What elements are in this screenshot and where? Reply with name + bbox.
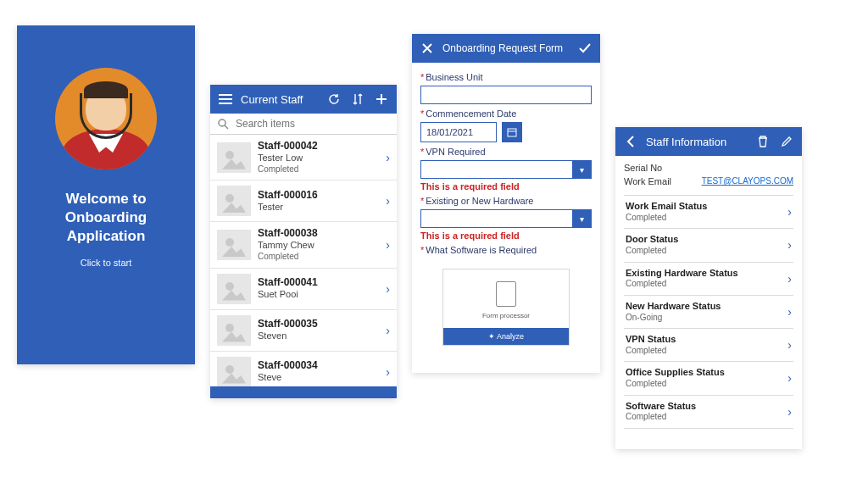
staff-name: Tester — [258, 202, 379, 214]
status-row-text: Existing Hardware StatusCompleted — [626, 268, 787, 290]
welcome-title: Welcome to Onboarding Application — [32, 190, 180, 246]
processor-label: Form processor — [482, 312, 530, 319]
status-value: Completed — [626, 346, 787, 357]
close-icon[interactable] — [419, 40, 436, 57]
staff-list: Staff-000042Tester LowCompleted›Staff-00… — [210, 135, 397, 386]
chevron-right-icon: › — [386, 238, 390, 252]
status-row[interactable]: Door StatusCompleted› — [624, 228, 793, 261]
form-body: *Business Unit *Commencement Date 18/01/… — [412, 63, 600, 351]
search-input[interactable] — [234, 117, 390, 130]
work-email-link[interactable]: TEST@CLAYOPS.COM — [702, 176, 793, 186]
chevron-right-icon: › — [787, 238, 792, 252]
staff-id: Staff-000038 — [258, 227, 379, 240]
status-row[interactable]: Software StatusCompleted› — [624, 395, 793, 429]
staff-id: Staff-000042 — [258, 140, 379, 153]
list-item-text: Staff-000016Tester — [258, 189, 379, 214]
staff-name: Tammy Chew — [258, 240, 379, 252]
chevron-right-icon: › — [787, 405, 792, 419]
status-label: Software Status — [626, 401, 787, 413]
edit-icon[interactable] — [778, 133, 795, 150]
list-item[interactable]: Staff-000034Steve› — [210, 352, 397, 387]
label-business-unit: *Business Unit — [420, 72, 592, 82]
list-item[interactable]: Staff-000035Steven› — [210, 310, 397, 352]
status-row[interactable]: VPN StatusCompleted› — [624, 328, 793, 361]
svg-point-0 — [219, 119, 225, 126]
list-item-text: Staff-000035Steven — [258, 318, 379, 342]
chevron-right-icon: › — [386, 194, 390, 208]
status-label: Existing Hardware Status — [626, 268, 787, 280]
status-label: New Hardware Status — [626, 301, 787, 313]
appbar: Onboarding Request Form — [412, 34, 600, 63]
status-value: Completed — [626, 246, 787, 257]
thumbnail-placeholder-icon — [217, 230, 251, 260]
status-row[interactable]: Office Supplies StatusCompleted› — [624, 361, 793, 394]
staff-id: Staff-000034 — [258, 359, 379, 372]
sort-icon[interactable] — [349, 91, 366, 108]
status-row-text: New Hardware StatusOn-Going — [626, 301, 787, 323]
staff-name: Steven — [258, 330, 379, 342]
status-row[interactable]: Existing Hardware StatusCompleted› — [624, 262, 793, 295]
chevron-right-icon: › — [787, 338, 792, 352]
form-processor-card: Form processor ✦ Analyze — [442, 269, 570, 346]
chevron-right-icon: › — [787, 272, 792, 286]
staff-id: Staff-000041 — [258, 276, 379, 289]
analyze-button[interactable]: ✦ Analyze — [443, 328, 569, 345]
select-hardware[interactable]: ▾ — [420, 209, 592, 228]
svg-rect-1 — [508, 129, 516, 136]
input-commencement-date[interactable]: 18/01/2021 — [420, 122, 497, 142]
chevron-down-icon: ▾ — [572, 209, 591, 228]
start-caption: Click to start — [32, 258, 180, 268]
label-vpn-required: *VPN Required — [420, 147, 592, 157]
thumbnail-placeholder-icon — [217, 186, 251, 216]
status-label: Door Status — [626, 234, 787, 246]
label-commencement-date: *Commencement Date — [420, 108, 592, 119]
error-vpn: This is a required field — [420, 181, 592, 192]
chevron-right-icon: › — [386, 324, 390, 337]
appbar: Current Staff — [210, 85, 397, 114]
chevron-right-icon: › — [787, 305, 792, 319]
input-business-unit[interactable] — [420, 86, 592, 104]
page-title: Current Staff — [241, 93, 319, 106]
status-row[interactable]: Work Email StatusCompleted› — [624, 195, 793, 228]
list-item-text: Staff-000041Suet Pooi — [258, 276, 379, 301]
status-label: Office Supplies Status — [626, 367, 787, 379]
support-avatar — [55, 68, 157, 169]
menu-icon[interactable] — [217, 91, 234, 108]
confirm-icon[interactable] — [576, 40, 593, 57]
list-item[interactable]: Staff-000042Tester LowCompleted› — [210, 135, 397, 180]
analyze-icon: ✦ — [488, 332, 497, 341]
status-value: Completed — [626, 379, 787, 390]
search-bar[interactable] — [210, 114, 397, 135]
welcome-screen[interactable]: Welcome to Onboarding Application Click … — [17, 25, 195, 364]
back-icon[interactable] — [622, 133, 639, 150]
list-item-text: Staff-000038Tammy ChewCompleted — [258, 227, 379, 262]
search-icon — [217, 118, 229, 130]
list-item[interactable]: Staff-000041Suet Pooi› — [210, 269, 397, 310]
add-icon[interactable] — [373, 91, 390, 108]
list-item[interactable]: Staff-000038Tammy ChewCompleted› — [210, 222, 397, 268]
staff-status: Completed — [258, 252, 379, 263]
page-title: Staff Information — [646, 136, 748, 148]
status-row[interactable]: New Hardware StatusOn-Going› — [624, 295, 793, 328]
list-item[interactable]: Staff-000016Tester› — [210, 180, 397, 222]
chevron-right-icon: › — [787, 205, 792, 219]
status-row-text: Office Supplies StatusCompleted — [626, 367, 787, 389]
list-item-text: Staff-000042Tester LowCompleted — [258, 140, 379, 175]
status-label: Work Email Status — [626, 201, 787, 213]
delete-icon[interactable] — [754, 133, 771, 150]
thumbnail-placeholder-icon — [217, 274, 251, 304]
refresh-icon[interactable] — [326, 91, 342, 108]
status-label: VPN Status — [626, 334, 787, 346]
field-serial-no: Serial No — [624, 161, 793, 175]
calendar-icon[interactable] — [502, 122, 522, 142]
status-value: On-Going — [626, 313, 787, 324]
list-item-text: Staff-000034Steve — [258, 359, 379, 384]
error-hardware: This is a required field — [420, 230, 592, 241]
status-row-text: Work Email StatusCompleted — [626, 201, 787, 223]
staff-list-screen: Current Staff Staff-000042Tester LowComp… — [210, 85, 397, 398]
staff-id: Staff-000035 — [258, 318, 379, 330]
field-work-email: Work Email TEST@CLAYOPS.COM — [624, 175, 793, 188]
thumbnail-placeholder-icon — [217, 357, 251, 387]
select-vpn-required[interactable]: ▾ — [420, 160, 592, 179]
status-value: Completed — [626, 412, 787, 423]
